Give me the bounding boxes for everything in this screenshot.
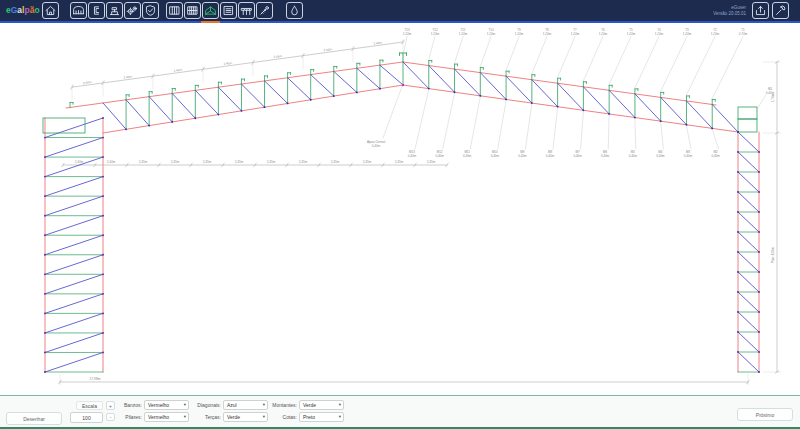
svg-text:0,40m: 0,40m xyxy=(491,154,500,158)
settings-button[interactable] xyxy=(124,2,141,19)
escala-input[interactable] xyxy=(70,412,103,423)
fasteners-button[interactable] xyxy=(256,2,273,19)
egalpao-app: eGalpão xyxy=(0,0,800,429)
escala-label: Escala xyxy=(76,401,103,410)
active-tab-underline xyxy=(201,21,220,23)
svg-text:2,45m: 2,45m xyxy=(395,160,404,164)
banzos-field: Banzos: Vermelho ▾ xyxy=(116,400,189,410)
app-logo: eGalpão xyxy=(6,0,40,21)
svg-text:1,24m: 1,24m xyxy=(711,32,720,36)
svg-text:1,24m: 1,24m xyxy=(599,32,608,36)
shed-icon xyxy=(72,4,85,17)
svg-text:1,24m: 1,24m xyxy=(403,32,412,36)
shed-button[interactable] xyxy=(70,2,87,19)
screw-icon xyxy=(258,4,271,17)
toolbar: eGalpão xyxy=(0,0,800,21)
pilares-label: Pilares: xyxy=(116,414,142,420)
svg-text:0,40m: 0,40m xyxy=(408,154,417,158)
chevron-down-icon: ▾ xyxy=(339,402,341,407)
svg-text:M1: M1 xyxy=(768,87,772,91)
svg-text:2,45m: 2,45m xyxy=(139,160,148,164)
svg-text:2,46m: 2,46m xyxy=(373,40,382,45)
tercas-value: Verde xyxy=(227,414,240,420)
desenhar-button[interactable]: Desenhar xyxy=(6,412,62,425)
svg-text:2,45m: 2,45m xyxy=(203,160,212,164)
scale-decrease-button[interactable]: - xyxy=(106,413,115,421)
svg-text:0,40m: 0,40m xyxy=(435,154,444,158)
pilares-select[interactable]: Vermelho ▾ xyxy=(144,412,189,422)
svg-text:0,40m: 0,40m xyxy=(372,144,381,148)
svg-text:2,45m: 2,45m xyxy=(267,160,276,164)
droplet-icon xyxy=(288,4,301,17)
mezzanine-icon xyxy=(240,4,253,17)
svg-text:2,46m: 2,46m xyxy=(173,68,182,73)
svg-text:0,40m: 0,40m xyxy=(656,154,665,158)
svg-text:2,44m: 2,44m xyxy=(107,160,116,164)
export-button[interactable] xyxy=(752,2,769,19)
svg-text:17,98m: 17,98m xyxy=(89,377,100,381)
svg-text:0,40m: 0,40m xyxy=(518,154,527,158)
cladding-button[interactable] xyxy=(184,2,201,19)
gears-icon xyxy=(126,4,139,17)
montantes-field: Montantes: Verde ▾ xyxy=(262,400,344,410)
banzos-value: Vermelho xyxy=(148,402,169,408)
svg-text:1,24m: 1,24m xyxy=(655,32,664,36)
home-icon xyxy=(44,4,57,17)
bottom-controls: Desenhar Escala + - Banzos: Vermelho ▾ P… xyxy=(0,395,800,429)
svg-text:0,40m: 0,40m xyxy=(629,154,638,158)
shield-check-icon xyxy=(144,4,157,17)
svg-text:2,45m: 2,45m xyxy=(427,160,436,164)
list-button[interactable] xyxy=(220,2,237,19)
svg-text:1,24m: 1,24m xyxy=(571,32,580,36)
svg-text:0,40m: 0,40m xyxy=(573,154,582,158)
svg-text:2,45m: 2,45m xyxy=(235,160,244,164)
diagonais-label: Diagonais: xyxy=(190,402,221,408)
home-button[interactable] xyxy=(42,2,59,19)
svg-text:0,74m: 0,74m xyxy=(739,32,748,36)
tercas-label: Terças: xyxy=(190,414,221,420)
list-icon xyxy=(222,4,235,17)
svg-text:2,46m: 2,46m xyxy=(273,54,282,59)
structure-button[interactable] xyxy=(202,2,219,19)
svg-text:0,40m: 0,40m xyxy=(766,91,775,95)
svg-text:2,45m: 2,45m xyxy=(331,160,340,164)
svg-text:1,24m: 1,24m xyxy=(683,32,692,36)
version-number: Versão 20.05.01 xyxy=(698,11,746,17)
svg-text:0,40m: 0,40m xyxy=(684,154,693,158)
svg-text:0,40m: 0,40m xyxy=(546,154,555,158)
montantes-select[interactable]: Verde ▾ xyxy=(299,400,344,410)
drawing-canvas[interactable]: 0,40m2,46m2,46m2,46m2,46m2,46m2,46m2,44m… xyxy=(0,23,800,395)
profiles-button[interactable] xyxy=(88,2,105,19)
mezzanine-button[interactable] xyxy=(238,2,255,19)
montantes-value: Verde xyxy=(303,402,316,408)
svg-text:0,40m: 0,40m xyxy=(83,80,92,85)
wall-panel-button[interactable] xyxy=(166,2,183,19)
svg-text:1,24m: 1,24m xyxy=(487,32,496,36)
svg-text:2,45m: 2,45m xyxy=(363,160,372,164)
proximo-button[interactable]: Próximo xyxy=(737,408,793,421)
svg-text:Apoio Central: Apoio Central xyxy=(367,140,386,144)
svg-text:1,24m: 1,24m xyxy=(431,32,440,36)
tools-button[interactable] xyxy=(772,2,789,19)
version-info: eGuser Versão 20.05.01 xyxy=(698,5,746,16)
paint-button[interactable] xyxy=(286,2,303,19)
cotas-select[interactable]: Preto ▾ xyxy=(299,412,344,422)
verification-button[interactable] xyxy=(142,2,159,19)
svg-text:2,46m: 2,46m xyxy=(323,47,332,52)
banzos-select[interactable]: Vermelho ▾ xyxy=(144,400,189,410)
chevron-down-icon: ▾ xyxy=(184,414,186,419)
diagonais-field: Diagonais: Azul ▾ xyxy=(190,400,268,410)
svg-text:0,40m: 0,40m xyxy=(711,154,720,158)
export-icon xyxy=(754,4,767,17)
cotas-label: Cotas: xyxy=(262,414,297,420)
chevron-down-icon: ▾ xyxy=(339,414,341,419)
svg-text:Pilar: 8,50m: Pilar: 8,50m xyxy=(771,247,775,264)
pilares-field: Pilares: Vermelho ▾ xyxy=(116,412,189,422)
structure-frame-icon xyxy=(204,4,217,17)
structure-drawing: 0,40m2,46m2,46m2,46m2,46m2,46m2,46m2,44m… xyxy=(0,23,800,395)
scale-increase-button[interactable]: + xyxy=(106,401,115,410)
machine-button[interactable] xyxy=(106,2,123,19)
c-profile-icon xyxy=(90,4,103,17)
chevron-down-icon: ▾ xyxy=(184,402,186,407)
tercas-field: Terças: Verde ▾ xyxy=(190,412,268,422)
